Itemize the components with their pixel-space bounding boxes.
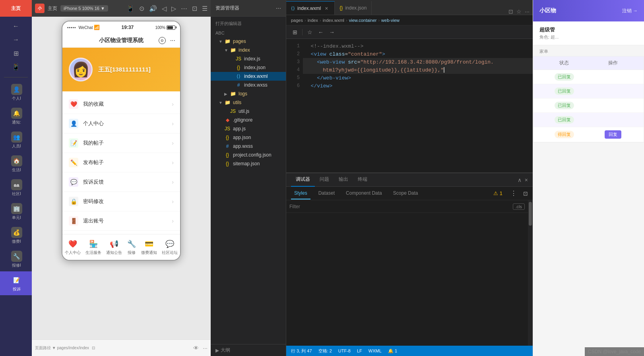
bottom-nav-life[interactable]: 🏪 生活服务 (85, 239, 101, 255)
file-panel-more-icon[interactable]: ··· (276, 5, 281, 12)
sitemap-name: sitemap.json (233, 161, 260, 166)
file-index-wxml[interactable]: ⟨⟩ index.wxml (211, 72, 286, 81)
debug-tab-issues[interactable]: 问题 (315, 173, 334, 187)
bottom-nav-notice[interactable]: 📢 通知公告 (106, 239, 122, 255)
menu-item-password[interactable]: 🔒 密码修改 › (62, 192, 180, 211)
debug-scrollbar[interactable] (528, 200, 533, 346)
sidebar-nav-forward[interactable]: → (8, 33, 24, 46)
sidebar-item-unit[interactable]: 🏢 单元I (0, 200, 32, 224)
toolbar-layout-icon[interactable]: ⊡ (192, 5, 197, 12)
toolbar-device[interactable]: iPhone 5 100% 16 ▼ (60, 5, 108, 12)
debug-tab-terminal[interactable]: 终端 (353, 173, 372, 187)
toolbar-more-icon[interactable]: ⋯ (181, 5, 187, 12)
file-app-wxss[interactable]: # app.wxss (211, 142, 286, 151)
row5-action[interactable]: 回复 (589, 130, 638, 139)
file-tree-outline[interactable]: ▶ 大纲 (211, 344, 286, 356)
toolbar-nav-back-icon[interactable]: ← (317, 28, 325, 36)
toolbar-speaker-icon[interactable]: 🔊 (149, 5, 157, 12)
bottom-nav-personal[interactable]: ❤️ 个人中心 (65, 239, 81, 255)
file-sitemap[interactable]: {} sitemap.json (211, 159, 286, 168)
toolbar-menu-icon[interactable]: ☰ (202, 5, 208, 12)
sidebar-item-personal[interactable]: 👤 个人I (0, 81, 32, 104)
menu-item-publish[interactable]: ✏️ 发布帖子 › (62, 153, 180, 172)
wxml-tab-close-icon[interactable]: × (323, 5, 330, 12)
menu-item-posts[interactable]: 📝 我的帖子 › (62, 134, 180, 153)
menu-item-complaint[interactable]: 💬 投诉反馈 › (62, 172, 180, 192)
debug-collapse-icon[interactable]: ∧ (518, 177, 522, 183)
breadcrumb-pages[interactable]: pages (291, 18, 303, 23)
code-indent-4 (305, 75, 317, 81)
toolbar-sep-1 (302, 29, 303, 35)
debug-tab-debugger[interactable]: 调试器 (291, 173, 315, 187)
split-editor-icon[interactable]: ⊡ (508, 8, 513, 15)
debug-tab-output[interactable]: 输出 (334, 173, 353, 187)
sidebar-nav-apps[interactable]: 📱 (8, 60, 24, 73)
file-app-json[interactable]: {} app.json (211, 133, 286, 142)
breadcrumb-view-container[interactable]: view.container (349, 18, 377, 23)
eye-icon[interactable]: 👁 (193, 345, 199, 351)
bottom-nav-repair[interactable]: 🔧 报修 (127, 239, 136, 255)
bottom-payment-icon: 💳 (144, 239, 154, 249)
bottom-repair-label: 报修 (128, 250, 136, 255)
sidebar-item-members[interactable]: 👥 人员I (0, 128, 32, 152)
file-index-folder[interactable]: ▼ 📁 index (211, 46, 286, 54)
code-tab-wxml[interactable]: ⟨⟩ index.wxml × (286, 1, 335, 15)
phone-nav-options-icon[interactable]: ··· (170, 37, 175, 44)
star-icon[interactable]: ☆ (516, 8, 522, 15)
code-tab-json[interactable]: {} index.json (335, 1, 372, 15)
right-panel: 小区物 注销 → 超级管 角色: 超... 家单 状态 操作 已回复 已回复 (533, 0, 644, 356)
sidebar-item-complaint[interactable]: 📝 投诉 (0, 271, 32, 295)
code-webview-close-tag: </web-view> (317, 75, 351, 81)
sidebar-item-notification[interactable]: 🔔 通知: (0, 104, 32, 128)
breadcrumb-index[interactable]: index (308, 18, 318, 23)
bottom-nav-payment[interactable]: 💳 缴费通知 (141, 239, 157, 255)
toolbar-forward-icon[interactable]: ▷ (171, 5, 176, 12)
file-project-config[interactable]: {} project.config.json (211, 151, 286, 159)
file-util-js[interactable]: JS util.js (211, 107, 286, 116)
toolbar-nav-fwd-icon[interactable]: → (328, 28, 336, 36)
debug-close-icon[interactable]: × (525, 177, 528, 183)
file-logs-folder[interactable]: ▶ 📁 logs (211, 89, 286, 98)
file-app-js[interactable]: JS app.js (211, 124, 286, 133)
file-index-js[interactable]: JS index.js (211, 54, 286, 63)
debug-popout-icon[interactable]: ⊡ (523, 190, 528, 197)
debug-more-icon[interactable]: ⋮ (510, 190, 517, 197)
file-index-json[interactable]: {} index.json (211, 63, 286, 72)
sidebar-item-repair[interactable]: 🔧 报修I (0, 248, 32, 271)
menu-item-logout[interactable]: 🚪 退出账号 › (62, 211, 180, 231)
filter-input[interactable] (289, 204, 511, 209)
debug-component-tab[interactable]: Component Data (343, 188, 385, 199)
copy-icon[interactable]: ⊡ (92, 346, 95, 350)
logout-button[interactable]: 注销 → (622, 8, 638, 14)
toolbar-camera-icon[interactable]: ⊙ (139, 5, 144, 12)
filter-cls-badge[interactable]: .cls (513, 203, 525, 210)
more-tab-icon[interactable]: ··· (525, 8, 530, 15)
file-gitignore[interactable]: ◆ .gitignore (211, 116, 286, 124)
toolbar-bookmark-icon[interactable]: ☆ (306, 28, 314, 36)
reply-button[interactable]: 回复 (605, 130, 621, 139)
breadcrumb-web-view[interactable]: web-view (381, 18, 400, 23)
file-utils-folder[interactable]: ▼ 📁 utils (211, 98, 286, 107)
debug-styles-tab[interactable]: Styles (291, 188, 310, 199)
sidebar-item-life[interactable]: 🏠 生活I (0, 152, 32, 176)
phone-bottom-nav: ❤️ 个人中心 🏪 生活服务 📢 通知公告 🔧 报修 (62, 234, 180, 260)
personal-icon: 👤 (11, 84, 22, 95)
menu-item-profile[interactable]: 👤 个人中心 › (62, 114, 180, 134)
sidebar-item-community[interactable]: 🏘 社区I (0, 176, 32, 200)
more-icon[interactable]: ··· (203, 345, 208, 351)
toolbar-back-icon[interactable]: ◁ (162, 5, 167, 12)
toolbar-phone-icon[interactable]: 📱 (126, 5, 134, 12)
file-pages-folder[interactable]: ▼ 📁 pages (211, 37, 286, 46)
debug-scope-tab[interactable]: Scope Data (390, 188, 421, 199)
breadcrumb-wxml[interactable]: index.wxml (323, 18, 344, 23)
toolbar-grid-icon[interactable]: ⊞ (291, 28, 299, 36)
debug-dataset-tab[interactable]: Dataset (315, 188, 338, 199)
sidebar-nav-back[interactable]: ← (8, 20, 24, 33)
menu-item-favorites[interactable]: ❤️ 我的收藏 › (62, 95, 180, 114)
bottom-nav-forum[interactable]: 💬 社区论坛 (162, 239, 178, 255)
sidebar-item-fee[interactable]: 💰 缴费I (0, 224, 32, 248)
file-index-wxss[interactable]: # index.wxss (211, 81, 286, 89)
sidebar-nav-grid[interactable]: ⊞ (8, 47, 24, 60)
project-label[interactable]: ABC (211, 28, 286, 37)
open-editors-label[interactable]: 打开的编辑器 (211, 18, 286, 28)
